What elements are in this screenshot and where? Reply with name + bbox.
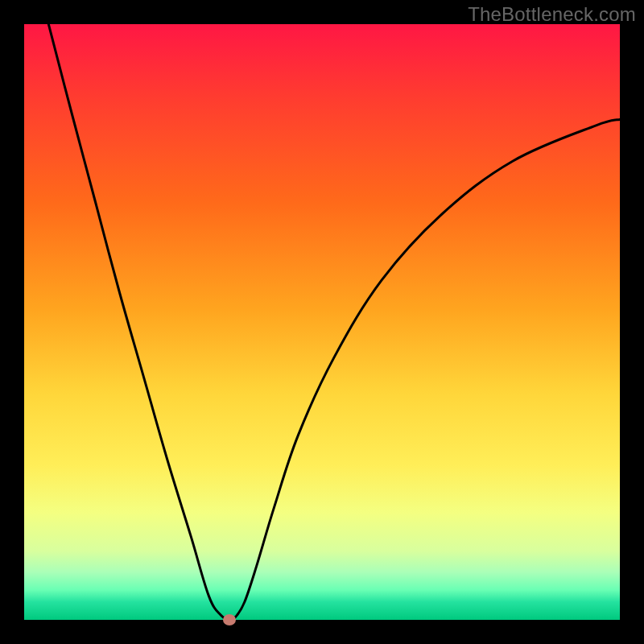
watermark-label: TheBottleneck.com bbox=[468, 3, 636, 26]
plot-frame bbox=[24, 24, 620, 620]
bottleneck-plot bbox=[24, 24, 620, 620]
optimal-marker bbox=[223, 614, 236, 625]
gradient-background bbox=[24, 24, 620, 620]
